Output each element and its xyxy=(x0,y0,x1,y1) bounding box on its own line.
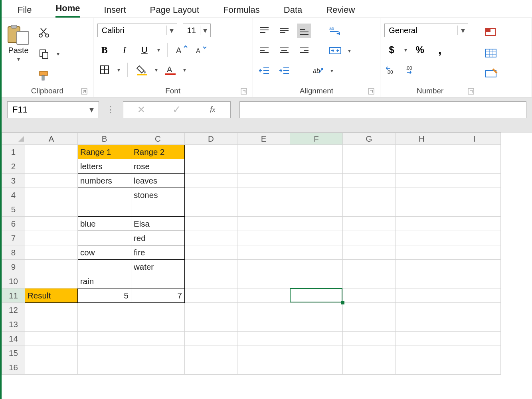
comma-style-button[interactable]: , xyxy=(433,43,447,57)
col-header-E[interactable]: E xyxy=(237,133,290,145)
cell-E5[interactable] xyxy=(237,202,290,217)
cell-A14[interactable] xyxy=(25,332,78,346)
cell-I15[interactable] xyxy=(448,346,501,360)
cell-B13[interactable] xyxy=(78,317,131,332)
align-center-button[interactable] xyxy=(277,43,291,58)
cell-C12[interactable] xyxy=(131,303,185,317)
cell-C5[interactable] xyxy=(131,202,185,217)
cell-A15[interactable] xyxy=(25,346,78,360)
cell-C16[interactable] xyxy=(131,360,185,375)
cell-E13[interactable] xyxy=(237,317,290,332)
tab-home[interactable]: Home xyxy=(55,3,80,18)
align-top-button[interactable] xyxy=(257,24,271,38)
chevron-down-icon[interactable]: ▾ xyxy=(330,67,333,74)
row-header-5[interactable]: 5 xyxy=(2,202,25,217)
paste-button[interactable]: Paste ▾ xyxy=(6,24,31,62)
format-painter-button[interactable] xyxy=(37,68,51,83)
align-right-button[interactable] xyxy=(297,43,311,58)
cell-E4[interactable] xyxy=(237,188,290,202)
cell-I8[interactable] xyxy=(448,245,501,260)
cell-A5[interactable] xyxy=(25,202,78,217)
cell-D10[interactable] xyxy=(185,274,237,288)
chevron-down-icon[interactable]: ▾ xyxy=(157,47,160,53)
cell-F16[interactable] xyxy=(290,360,343,375)
cell-D6[interactable] xyxy=(185,217,237,231)
dialog-launcher-icon[interactable] xyxy=(241,88,247,95)
cell-C6[interactable]: Elsa xyxy=(131,217,185,231)
cell-B1[interactable]: Range 1 xyxy=(78,145,131,159)
cell-H9[interactable] xyxy=(396,260,448,274)
col-header-G[interactable]: G xyxy=(343,133,396,145)
cell-B10[interactable]: rain xyxy=(78,274,131,288)
cell-B3[interactable]: numbers xyxy=(78,174,131,188)
cell-E9[interactable] xyxy=(237,260,290,274)
cell-I10[interactable] xyxy=(448,274,501,288)
cell-H16[interactable] xyxy=(396,360,448,375)
cell-A1[interactable] xyxy=(25,145,78,159)
format-as-table-button[interactable] xyxy=(484,46,498,60)
cell-H6[interactable] xyxy=(396,217,448,231)
cell-I2[interactable] xyxy=(448,159,501,174)
cell-G15[interactable] xyxy=(343,346,396,360)
formula-bar-input[interactable] xyxy=(239,101,526,118)
cell-G6[interactable] xyxy=(343,217,396,231)
cell-C9[interactable]: water xyxy=(131,260,185,274)
cell-F15[interactable] xyxy=(290,346,343,360)
wrap-text-button[interactable]: ab xyxy=(328,24,342,38)
tab-file[interactable]: File xyxy=(18,5,32,18)
cell-F4[interactable] xyxy=(290,188,343,202)
cell-F11[interactable] xyxy=(290,288,343,303)
cell-F10[interactable] xyxy=(290,274,343,288)
chevron-down-icon[interactable]: ▾ xyxy=(404,47,407,53)
row-header-1[interactable]: 1 xyxy=(2,145,25,159)
cell-H8[interactable] xyxy=(396,245,448,260)
cell-C2[interactable]: rose xyxy=(131,159,185,174)
cell-D15[interactable] xyxy=(185,346,237,360)
cell-A16[interactable] xyxy=(25,360,78,375)
cell-H5[interactable] xyxy=(396,202,448,217)
font-color-button[interactable]: A xyxy=(163,63,178,77)
cell-B15[interactable] xyxy=(78,346,131,360)
select-all-corner[interactable] xyxy=(2,133,25,145)
decrease-decimal-button[interactable]: .00 xyxy=(404,63,419,77)
col-header-B[interactable]: B xyxy=(78,133,131,145)
row-header-15[interactable]: 15 xyxy=(2,346,25,360)
cell-C8[interactable]: fire xyxy=(131,245,185,260)
cell-A2[interactable] xyxy=(25,159,78,174)
chevron-down-icon[interactable]: ▾ xyxy=(183,67,186,73)
cell-D5[interactable] xyxy=(185,202,237,217)
tab-formulas[interactable]: Formulas xyxy=(223,5,260,18)
cell-G14[interactable] xyxy=(343,332,396,346)
cell-B11[interactable]: 5 xyxy=(78,288,131,303)
cell-H15[interactable] xyxy=(396,346,448,360)
sheet-table[interactable]: ABCDEFGHI1Range 1Range 22lettersrose3num… xyxy=(2,132,501,375)
cancel-formula-button[interactable]: ✕ xyxy=(134,103,148,117)
cut-button[interactable] xyxy=(37,25,51,40)
dialog-launcher-icon[interactable] xyxy=(468,88,474,95)
cell-F5[interactable] xyxy=(290,202,343,217)
cell-A8[interactable] xyxy=(25,245,78,260)
cell-H2[interactable] xyxy=(396,159,448,174)
cell-C3[interactable]: leaves xyxy=(131,174,185,188)
increase-indent-button[interactable] xyxy=(277,63,291,78)
cell-A6[interactable] xyxy=(25,217,78,231)
cell-A7[interactable] xyxy=(25,231,78,245)
align-bottom-button[interactable] xyxy=(297,24,311,38)
cell-E1[interactable] xyxy=(237,145,290,159)
insert-function-button[interactable]: fx xyxy=(205,103,220,117)
cell-H4[interactable] xyxy=(396,188,448,202)
font-size-combo[interactable]: 11▾ xyxy=(183,24,211,37)
cell-H10[interactable] xyxy=(396,274,448,288)
row-header-2[interactable]: 2 xyxy=(2,159,25,174)
cell-E14[interactable] xyxy=(237,332,290,346)
col-header-C[interactable]: C xyxy=(131,133,185,145)
cell-F6[interactable] xyxy=(290,217,343,231)
cell-C4[interactable]: stones xyxy=(131,188,185,202)
cell-B8[interactable]: cow xyxy=(78,245,131,260)
percent-button[interactable]: % xyxy=(413,43,427,57)
cell-D7[interactable] xyxy=(185,231,237,245)
cell-D9[interactable] xyxy=(185,260,237,274)
cell-D16[interactable] xyxy=(185,360,237,375)
col-header-F[interactable]: F xyxy=(290,133,343,145)
cell-I6[interactable] xyxy=(448,217,501,231)
